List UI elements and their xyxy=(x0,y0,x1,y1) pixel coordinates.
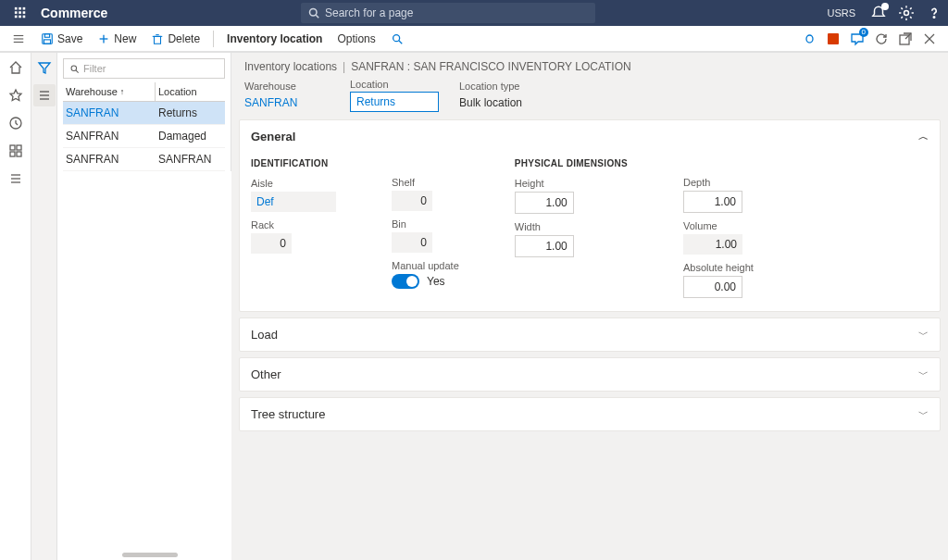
attachments-icon[interactable] xyxy=(802,31,817,46)
width-label: Width xyxy=(515,221,628,232)
messages-icon[interactable]: 0 xyxy=(850,31,865,46)
delete-button[interactable]: Delete xyxy=(145,29,206,49)
aisle-input[interactable] xyxy=(251,192,336,212)
section-general-title: General xyxy=(251,130,295,143)
crumb-sep-icon: | xyxy=(343,60,345,73)
hf-warehouse: Warehouse SANFRAN xyxy=(244,81,333,112)
chevron-down-icon: ﹀ xyxy=(918,407,929,421)
aisle-label: Aisle xyxy=(251,178,336,189)
list-header: Warehouse↑ Location xyxy=(63,82,225,102)
svg-rect-5 xyxy=(23,11,26,14)
col-identification: IDENTIFICATION Aisle Rack xyxy=(251,158,336,298)
favorites-icon[interactable] xyxy=(8,88,23,103)
col-header-location[interactable]: Location xyxy=(156,82,225,101)
filter-input[interactable] xyxy=(83,63,218,74)
close-icon[interactable] xyxy=(922,31,937,46)
crumb-root[interactable]: Inventory locations xyxy=(244,60,337,73)
list-cell-warehouse: SANFRAN xyxy=(66,153,158,166)
section-general: General ︿ IDENTIFICATION Aisle Rack xyxy=(239,119,941,312)
field-shelf: Shelf xyxy=(392,177,459,211)
new-button[interactable]: New xyxy=(92,29,142,49)
svg-rect-7 xyxy=(19,16,21,19)
delete-label: Delete xyxy=(168,32,200,45)
svg-rect-33 xyxy=(17,145,21,150)
manual-value: Yes xyxy=(427,275,445,288)
svg-rect-18 xyxy=(44,39,51,43)
field-depth: Depth xyxy=(683,177,754,213)
height-input[interactable] xyxy=(515,192,574,214)
section-general-header[interactable]: General ︿ xyxy=(240,120,940,153)
action-sep xyxy=(213,31,214,47)
find-button[interactable] xyxy=(385,29,409,49)
notif-badge xyxy=(881,3,889,10)
global-search[interactable] xyxy=(301,3,595,23)
svg-rect-34 xyxy=(10,152,15,156)
workspaces-icon[interactable] xyxy=(8,143,23,158)
home-icon[interactable] xyxy=(8,60,23,75)
list-row[interactable]: SANFRANDamaged xyxy=(63,125,225,148)
modules-icon[interactable] xyxy=(8,171,23,186)
plus-icon xyxy=(97,32,110,45)
list-row[interactable]: SANFRANSANFRAN xyxy=(63,148,225,171)
bin-input[interactable] xyxy=(392,232,432,253)
svg-rect-1 xyxy=(19,7,21,10)
section-tree-structure[interactable]: Tree structure ﹀ xyxy=(239,397,941,431)
svg-point-12 xyxy=(933,17,934,18)
bin-label: Bin xyxy=(392,218,459,230)
field-height: Height xyxy=(515,178,628,214)
refresh-icon[interactable] xyxy=(874,31,889,46)
depth-input[interactable] xyxy=(683,191,742,213)
page-title-button[interactable]: Inventory location xyxy=(221,29,328,49)
main-layout: Warehouse↑ Location SANFRANReturnsSANFRA… xyxy=(0,52,948,560)
search-input[interactable] xyxy=(325,6,588,19)
notifications-icon[interactable] xyxy=(870,5,887,21)
list-row[interactable]: SANFRANReturns xyxy=(63,102,225,125)
hf-location-input[interactable] xyxy=(350,92,439,112)
filter-box[interactable] xyxy=(63,58,225,79)
rack-input[interactable] xyxy=(251,233,292,254)
svg-rect-8 xyxy=(23,16,26,19)
crumb-current: SANFRAN : SAN FRANCISCO INVENTORY LOCATI… xyxy=(351,60,631,73)
recent-icon[interactable] xyxy=(8,116,23,131)
section-load[interactable]: Load ﹀ xyxy=(239,317,941,352)
volume-label: Volume xyxy=(683,220,754,231)
list-cell-warehouse: SANFRAN xyxy=(66,106,158,119)
svg-line-43 xyxy=(76,69,79,72)
hf-location-type-value[interactable]: Bulk location xyxy=(459,93,580,112)
col-header-warehouse[interactable]: Warehouse↑ xyxy=(63,82,156,101)
popout-icon[interactable] xyxy=(898,31,913,46)
hf-warehouse-label: Warehouse xyxy=(244,81,333,92)
save-label: Save xyxy=(57,32,82,45)
office-icon[interactable] xyxy=(826,31,841,46)
depth-label: Depth xyxy=(683,177,754,188)
hf-warehouse-value[interactable]: SANFRAN xyxy=(244,93,333,112)
nav-sidebar xyxy=(0,53,31,560)
list-view-icon[interactable] xyxy=(33,84,56,106)
filter-funnel-icon[interactable] xyxy=(37,60,52,75)
abs-input[interactable] xyxy=(683,276,742,298)
list-cell-location: Damaged xyxy=(158,130,222,143)
chevron-down-icon: ﹀ xyxy=(918,367,929,381)
settings-gear-icon[interactable] xyxy=(898,5,915,21)
chevron-down-icon: ﹀ xyxy=(918,328,929,342)
new-label: New xyxy=(114,32,136,45)
manual-toggle[interactable] xyxy=(392,274,419,289)
save-button[interactable]: Save xyxy=(35,29,88,49)
volume-input[interactable] xyxy=(683,234,742,255)
list-scrollbar[interactable] xyxy=(122,553,178,557)
width-input[interactable] xyxy=(515,235,574,257)
shelf-input[interactable] xyxy=(392,191,432,211)
app-launcher-icon[interactable] xyxy=(7,0,33,26)
section-other[interactable]: Other ﹀ xyxy=(239,357,941,392)
hf-location-label: Location xyxy=(350,79,443,90)
help-icon[interactable] xyxy=(926,5,942,21)
manual-label: Manual update xyxy=(392,260,459,271)
nav-pane-toggle-icon[interactable] xyxy=(6,26,31,52)
options-button[interactable]: Options xyxy=(331,29,380,49)
svg-rect-6 xyxy=(15,16,18,19)
svg-rect-2 xyxy=(23,7,26,10)
rack-label: Rack xyxy=(251,219,336,230)
user-label[interactable]: USRS xyxy=(827,7,855,19)
svg-rect-0 xyxy=(15,7,18,10)
msg-badge: 0 xyxy=(859,28,868,37)
